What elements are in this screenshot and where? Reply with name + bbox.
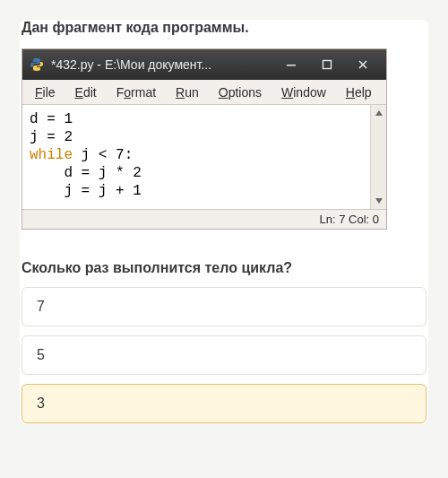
window-title: *432.py - E:\Мои документ... — [51, 57, 273, 72]
status-text: Ln: 7 Col: 0 — [320, 213, 380, 226]
code-area[interactable]: d = 1 j = 2 while j < 7: d = j * 2 j = j… — [22, 105, 370, 209]
answer-option[interactable]: 3 — [22, 384, 426, 423]
titlebar: *432.py - E:\Мои документ... — [22, 49, 386, 80]
question-text: Сколько раз выполнится тело цикла? — [22, 260, 426, 276]
answer-option[interactable]: 5 — [22, 335, 426, 375]
answers-list: 7 5 3 — [22, 287, 426, 423]
close-button[interactable] — [345, 50, 381, 79]
menu-edit[interactable]: Edit — [66, 83, 108, 101]
prompt-text: Дан фрагмент кода программы. — [22, 20, 426, 36]
menu-window[interactable]: Window — [272, 83, 337, 101]
menu-options[interactable]: Options — [210, 83, 272, 101]
minimize-button[interactable] — [273, 50, 309, 79]
scroll-up-icon[interactable] — [373, 107, 385, 119]
answer-option[interactable]: 7 — [22, 287, 426, 326]
maximize-button[interactable] — [309, 50, 345, 79]
editor-window: *432.py - E:\Мои документ... File Edit F… — [22, 48, 387, 230]
menu-file[interactable]: File — [26, 83, 66, 101]
svg-rect-1 — [323, 61, 332, 69]
scroll-down-icon[interactable] — [373, 195, 385, 207]
svg-rect-0 — [287, 65, 296, 66]
python-icon — [30, 57, 44, 72]
menu-help[interactable]: Help — [337, 83, 383, 101]
menubar: File Edit Format Run Options Window Help — [22, 80, 386, 105]
statusbar: Ln: 7 Col: 0 — [22, 209, 386, 229]
scrollbar[interactable] — [370, 105, 386, 209]
menu-run[interactable]: Run — [167, 83, 210, 101]
menu-format[interactable]: Format — [108, 83, 167, 101]
